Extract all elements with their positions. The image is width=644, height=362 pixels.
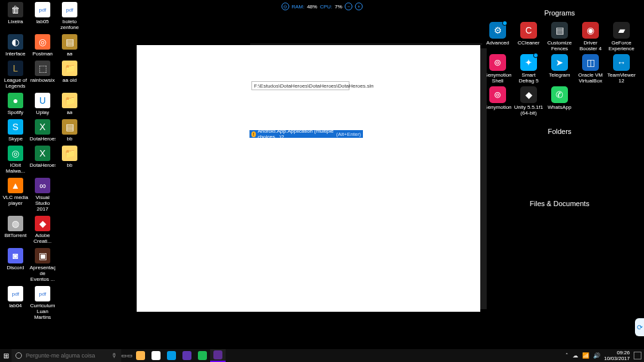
- desktop-icon-glyph: ▣: [35, 248, 50, 263]
- taskbar-app-spotify[interactable]: [195, 349, 210, 362]
- desktop-icon[interactable]: 📁aa: [57, 93, 83, 115]
- taskbar-app-chrome[interactable]: [148, 349, 164, 362]
- desktop-icon[interactable]: XDotaHeroes: [30, 119, 55, 142]
- program-icon[interactable]: ◉Driver Booster 4: [576, 22, 605, 52]
- desktop-icon[interactable]: ▤aa: [57, 34, 83, 57]
- desktop-icon-label: aa: [67, 110, 73, 115]
- desktop-icon[interactable]: pdflab04: [3, 286, 28, 320]
- sysmon-icon: ⏲: [281, 3, 289, 10]
- desktop-icon-label: Skype: [8, 136, 23, 142]
- desktop-icon-label: DotaHeroes: [30, 162, 55, 168]
- sysmon-minus-icon[interactable]: −: [345, 3, 353, 10]
- desktop-icon-label: BitTorrent: [5, 233, 26, 238]
- desktop-icon-glyph: ∞: [35, 178, 50, 193]
- network-icon[interactable]: 📶: [582, 352, 589, 359]
- program-icon-glyph: ➤: [551, 54, 568, 71]
- desktop-icon[interactable]: XDotaHeroes: [30, 146, 55, 174]
- start-button[interactable]: ⊞: [0, 349, 12, 362]
- sysmon-plus-icon[interactable]: +: [355, 3, 363, 10]
- program-icon-glyph: ▰: [613, 22, 630, 39]
- desktop-icon-glyph: X: [35, 119, 50, 135]
- desktop-icon[interactable]: ◙Discord: [3, 248, 28, 282]
- fence-programs-title: Programs: [480, 9, 639, 17]
- desktop-icon-glyph: pdf: [8, 286, 23, 301]
- program-icon-label: Advanced: [486, 40, 509, 46]
- desktop-icon[interactable]: 📁aa old: [57, 61, 83, 89]
- intellisense-hint[interactable]: ! Android.App.Application (multiple choi…: [249, 130, 363, 138]
- desktop-icon[interactable]: ⬚rainbowsix: [30, 61, 55, 89]
- program-icon[interactable]: ▰GeForce Experience: [607, 22, 636, 52]
- taskbar-app-icon: [136, 351, 145, 360]
- action-center-icon[interactable]: [634, 352, 641, 359]
- desktop-icon[interactable]: pdfboleto zenfone: [57, 2, 83, 30]
- taskbar-app-file-explorer[interactable]: [133, 349, 148, 362]
- taskbar-app-icon: [198, 351, 207, 360]
- desktop-icon[interactable]: ◐Interface: [3, 34, 28, 57]
- tray-overflow-icon[interactable]: ˄: [565, 352, 569, 359]
- vs-side-stub: [480, 48, 487, 309]
- desktop-icon-glyph: ▤: [62, 119, 77, 135]
- program-icon-label: Smart Defrag 5: [514, 72, 543, 84]
- desktop-icon[interactable]: ▣Apresentação de Eventos ...: [30, 248, 55, 282]
- cortana-search[interactable]: 🎙: [12, 349, 121, 362]
- volume-icon[interactable]: 🔊: [593, 352, 600, 359]
- desktop-icon-glyph: X: [35, 146, 50, 161]
- desktop-icon[interactable]: ◎Postman: [30, 34, 55, 57]
- desktop-icon-label: bb: [67, 162, 73, 168]
- program-icon-glyph: ⊚: [489, 54, 506, 71]
- desktop-icon-label: lab04: [9, 303, 22, 309]
- mic-icon[interactable]: 🎙: [112, 352, 117, 359]
- program-icon-label: TeamViewer 12: [607, 72, 636, 84]
- desktop-icon[interactable]: 📁bb: [57, 146, 83, 174]
- program-icon-glyph: ✦: [520, 54, 537, 71]
- desktop-icon-label: DotaHeroes: [30, 136, 55, 142]
- program-icon[interactable]: ➤Telegram: [545, 54, 574, 84]
- desktop-icon[interactable]: pdflab05: [30, 2, 55, 30]
- desktop-icon[interactable]: 🗑Lixeira: [3, 2, 28, 30]
- desktop-icon-label: lab05: [36, 19, 49, 24]
- onedrive-icon[interactable]: ☁: [572, 352, 578, 359]
- desktop-icon[interactable]: ◆Adobe Creati...: [30, 216, 55, 244]
- taskbar-app-telegram[interactable]: [164, 349, 179, 362]
- desktop-icon[interactable]: UUplay: [30, 93, 55, 115]
- teamviewer-side-tab[interactable]: ⟳: [635, 318, 644, 336]
- desktop-icon-label: Apresentação de Eventos ...: [30, 265, 55, 282]
- program-icon-label: Oracle VM VirtualBox: [576, 72, 605, 84]
- taskbar-app-genymotion[interactable]: [179, 349, 195, 362]
- program-icon[interactable]: ⊚Genymotion Shell: [483, 54, 512, 84]
- taskbar-app-icon: [167, 351, 176, 360]
- clock-time: 09:26: [604, 350, 630, 356]
- visual-studio-window[interactable]: F:\Estudos\DotaHeroes\DotaHeroes\DotaHer…: [137, 45, 480, 312]
- taskbar-app-visual-studio[interactable]: [210, 349, 226, 362]
- program-icon[interactable]: ✦Smart Defrag 5: [514, 54, 543, 84]
- desktop-icon[interactable]: SSkype: [3, 119, 28, 142]
- desktop-icon[interactable]: ◍BitTorrent: [3, 216, 28, 244]
- desktop-icon-label: Interface: [5, 51, 25, 57]
- program-icon[interactable]: ◆Unity 5.5.1f1 (64-bit): [514, 86, 543, 116]
- clock[interactable]: 09:26 10/03/2017: [604, 350, 630, 361]
- desktop-icon[interactable]: ∞Visual Studio 2017: [30, 178, 55, 212]
- program-icon[interactable]: CCCleaner: [514, 22, 543, 52]
- program-icon[interactable]: ⊚Genymotion: [483, 86, 512, 116]
- task-view-button[interactable]: ▭▭: [121, 349, 133, 362]
- search-input[interactable]: [26, 352, 108, 359]
- desktop-icon-glyph: ●: [8, 93, 23, 108]
- desktop-icon[interactable]: ▲VLC media player: [3, 178, 28, 212]
- program-icon[interactable]: ▤Customize Fences: [545, 22, 574, 52]
- desktop-icon[interactable]: ◎IObit Malwa...: [3, 146, 28, 174]
- desktop-icon[interactable]: LLeague of Legends: [3, 61, 28, 89]
- desktop-icon-glyph: pdf: [35, 286, 50, 301]
- program-icon[interactable]: ✆WhatsApp: [545, 86, 574, 116]
- program-icon[interactable]: ⚙Advanced: [483, 22, 512, 52]
- program-icon-glyph: ⚙: [489, 22, 506, 39]
- ram-label: RAM:: [291, 4, 304, 10]
- desktop-icon-label: aa: [67, 51, 73, 57]
- program-icon[interactable]: ↔TeamViewer 12: [607, 54, 636, 84]
- program-icon-label: Genymotion Shell: [483, 72, 512, 84]
- desktop-icon-label: aa old: [63, 77, 77, 83]
- desktop-icon[interactable]: ▤bb: [57, 119, 83, 142]
- desktop-icon[interactable]: ●Spotify: [3, 93, 28, 115]
- desktop-icon[interactable]: pdfCurriculum Luan Martins: [30, 286, 55, 320]
- desktop-icon-glyph: ◍: [8, 216, 23, 231]
- program-icon[interactable]: ◫Oracle VM VirtualBox: [576, 54, 605, 84]
